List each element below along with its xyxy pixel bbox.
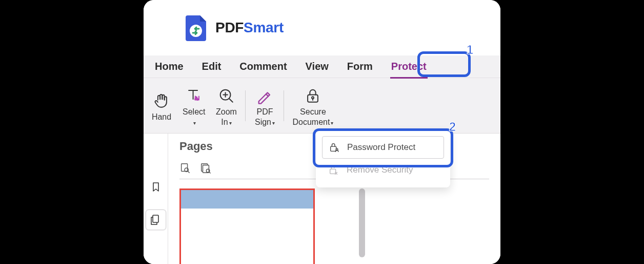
text-select-icon [185,85,203,106]
page-search-icon[interactable] [179,162,191,174]
tool-pdf-sign[interactable]: PDFSign▾ [249,82,280,128]
tool-select[interactable]: Select▾ [177,82,210,128]
lock-icon [304,85,321,106]
app-name: PDFSmart [215,20,284,36]
menu-edit[interactable]: Edit [201,58,223,76]
app-logo: PDFSmart [185,13,284,42]
hand-icon [153,90,170,111]
menu-item-remove-security[interactable]: Remove Security [322,159,444,181]
app-name-suffix: Smart [244,20,284,35]
zoom-in-icon [217,85,235,106]
pages-rail-button[interactable] [146,210,166,230]
tool-zoom-in[interactable]: ZoomIn▾ [210,82,242,128]
pages-stack-icon [150,214,162,226]
secure-document-dropdown: Password Protect Remove Security [316,130,450,187]
menu-item-password-protect[interactable]: Password Protect [322,136,444,159]
pencil-sign-icon [256,85,273,106]
toolbar-separator [284,90,284,121]
svg-rect-5 [153,215,158,222]
menu-home[interactable]: Home [154,58,185,76]
svg-rect-11 [331,146,336,151]
ribbon-toolbar: Hand Select▾ [144,78,500,134]
menu-comment[interactable]: Comment [238,58,288,76]
page-thumbnail[interactable] [179,188,315,264]
page-search-all-icon[interactable] [200,162,211,174]
lock-remove-icon [328,164,339,176]
menu-item-password-protect-label: Password Protect [347,142,415,153]
pdfsmart-logo-icon [185,13,209,42]
tool-select-label: Select▾ [183,107,205,126]
title-bar: PDFSmart [144,0,500,55]
app-name-prefix: PDF [215,20,244,35]
menu-item-remove-security-label: Remove Security [347,165,413,175]
svg-rect-13 [330,169,336,174]
menu-form[interactable]: Form [346,58,374,76]
bookmarks-rail-button[interactable] [146,177,166,197]
tool-hand-label: Hand [152,112,171,122]
thumbnail-header-band [181,190,313,209]
left-side-rail [144,134,168,264]
toolbar-separator [245,90,246,121]
tool-secure-document-label: SecureDocument▾ [293,107,334,126]
lock-person-icon [329,142,340,153]
tool-secure-document[interactable]: SecureDocument▾ [287,82,338,128]
menu-bar: Home Edit Comment View Form Protect [144,55,500,78]
tool-pdf-sign-label: PDFSign▾ [255,107,275,126]
menu-view[interactable]: View [305,58,330,76]
tool-hand[interactable]: Hand [146,87,177,124]
bookmark-icon [150,181,162,193]
thumbnail-scrollbar[interactable] [359,188,365,257]
tool-zoom-in-label: ZoomIn▾ [216,107,237,126]
menu-protect[interactable]: Protect [390,58,428,76]
